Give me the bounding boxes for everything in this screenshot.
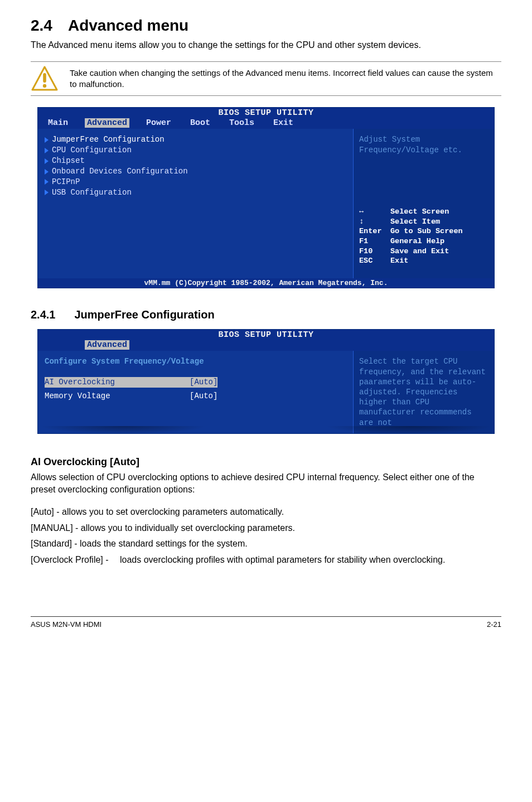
- bios-window-advanced: BIOS SETUP UTILITY Main Advanced Power B…: [37, 107, 495, 288]
- menu-item-pcipnp[interactable]: PCIPnP: [45, 177, 346, 187]
- option-auto: [Auto] - allows you to set overclocking …: [31, 506, 501, 518]
- help-line: Adjust System: [359, 134, 489, 144]
- tab-boot[interactable]: Boot: [188, 118, 212, 128]
- field-memory-voltage[interactable]: Memory Voltage [Auto]: [45, 391, 346, 402]
- menu-item-chipset[interactable]: Chipset: [45, 156, 346, 166]
- footer-right: 2-21: [487, 620, 501, 629]
- caution-text: Take caution when changing the settings …: [70, 67, 501, 90]
- nav-label: Save and Exit: [390, 247, 449, 257]
- tab-exit[interactable]: Exit: [271, 118, 296, 128]
- bios-right-pane: Select the target CPU frequency, and the…: [354, 351, 494, 433]
- nav-label: Select Item: [390, 217, 440, 227]
- menu-item-label: CPU Configuration: [52, 145, 132, 156]
- bios-help-text: Adjust System Frequency/Voltage etc.: [359, 134, 489, 207]
- option-manual: [MANUAL] - allows you to individually se…: [31, 522, 501, 534]
- arrow-icon: [45, 148, 49, 153]
- menu-item-jumperfree[interactable]: JumperFree Configuration: [45, 134, 346, 145]
- bios-tab-bar: Main Advanced: [38, 340, 494, 351]
- field-label: AI Overclocking: [45, 377, 190, 388]
- nav-label: Exit: [390, 256, 408, 266]
- heading-title: Advanced menu: [68, 17, 188, 34]
- svg-rect-1: [43, 73, 46, 83]
- key-ud-icon: ↕: [359, 217, 390, 227]
- nav-label: Select Screen: [390, 207, 449, 217]
- tab-tools[interactable]: Tools: [227, 118, 257, 128]
- arrow-icon: [45, 158, 49, 164]
- menu-item-cpu-config[interactable]: CPU Configuration: [45, 145, 346, 156]
- menu-item-label: PCIPnP: [52, 177, 80, 187]
- ai-overclocking-heading: AI Overclocking [Auto]: [31, 456, 501, 468]
- config-heading: Configure System Frequency/Voltage: [45, 356, 346, 367]
- key-f1: F1: [359, 236, 390, 247]
- key-f10: F10: [359, 247, 390, 257]
- footer-left: ASUS M2N-VM HDMI: [31, 620, 101, 629]
- option-standard: [Standard] - loads the standard settings…: [31, 538, 501, 550]
- arrow-icon: [45, 179, 49, 185]
- tab-power[interactable]: Power: [144, 118, 173, 128]
- field-value: [Auto]: [190, 377, 217, 388]
- tab-advanced[interactable]: Advanced: [85, 118, 129, 128]
- key-enter: Enter: [359, 226, 390, 236]
- intro-paragraph: The Advanced menu items allow you to cha…: [31, 39, 501, 51]
- subheading-title: JumperFree Configuration: [74, 308, 214, 321]
- bios-window-jumperfree: BIOS SETUP UTILITY Main Advanced Configu…: [37, 329, 495, 433]
- option-overclock-profile: [Overclock Profile] - loads overclocking…: [31, 554, 501, 566]
- menu-item-label: Onboard Devices Configuration: [52, 166, 188, 177]
- menu-item-label: Chipset: [52, 156, 85, 166]
- bios-title: BIOS SETUP UTILITY: [38, 108, 494, 118]
- option-body: loads overclocking profiles with optimal…: [120, 554, 501, 566]
- help-line: Frequency/Voltage etc.: [359, 145, 489, 155]
- bios-right-pane: Adjust System Frequency/Voltage etc. ↔Se…: [354, 129, 494, 278]
- page-footer: ASUS M2N-VM HDMI 2-21: [31, 616, 501, 629]
- arrow-icon: [45, 137, 49, 143]
- svg-point-2: [43, 84, 46, 88]
- heading-number: 2.4: [31, 17, 52, 34]
- field-value: [Auto]: [190, 391, 217, 402]
- menu-item-label: USB Configuration: [52, 187, 132, 198]
- field-label: Memory Voltage: [45, 391, 190, 402]
- page-heading: 2.4Advanced menu: [31, 17, 501, 35]
- menu-item-onboard-devices[interactable]: Onboard Devices Configuration: [45, 166, 346, 177]
- tab-advanced[interactable]: Advanced: [85, 340, 129, 350]
- option-tag: [Overclock Profile] -: [31, 554, 120, 566]
- section-heading-241: 2.4.1JumperFree Configuration: [31, 308, 501, 321]
- ai-desc: Allows selection of CPU overclocking opt…: [31, 471, 501, 496]
- subheading-number: 2.4.1: [31, 308, 55, 321]
- tab-main[interactable]: Main: [46, 118, 70, 128]
- key-esc: ESC: [359, 256, 390, 266]
- bios-tab-bar: Main Advanced Power Boot Tools Exit: [38, 118, 494, 129]
- bios-title: BIOS SETUP UTILITY: [38, 330, 494, 340]
- caution-block: Take caution when changing the settings …: [31, 61, 501, 96]
- menu-item-usb-config[interactable]: USB Configuration: [45, 187, 346, 198]
- bios-nav-keys: ↔Select Screen ↕Select Item EnterGo to S…: [359, 207, 489, 265]
- field-ai-overclocking[interactable]: AI Overclocking [Auto]: [45, 377, 346, 388]
- arrow-icon: [45, 169, 49, 175]
- arrow-icon: [45, 190, 49, 195]
- caution-icon: [31, 65, 59, 92]
- bios-left-pane: Configure System Frequency/Voltage AI Ov…: [38, 351, 354, 433]
- key-lr-icon: ↔: [359, 207, 390, 217]
- bios-left-pane: JumperFree Configuration CPU Configurati…: [38, 129, 354, 278]
- menu-item-label: JumperFree Configuration: [52, 134, 165, 145]
- bios-footer: vMM.mm (C)Copyright 1985-2002, American …: [38, 278, 494, 288]
- bios-help-text: Select the target CPU frequency, and the…: [359, 356, 489, 427]
- nav-label: Go to Sub Screen: [390, 226, 463, 236]
- nav-label: General Help: [390, 236, 444, 247]
